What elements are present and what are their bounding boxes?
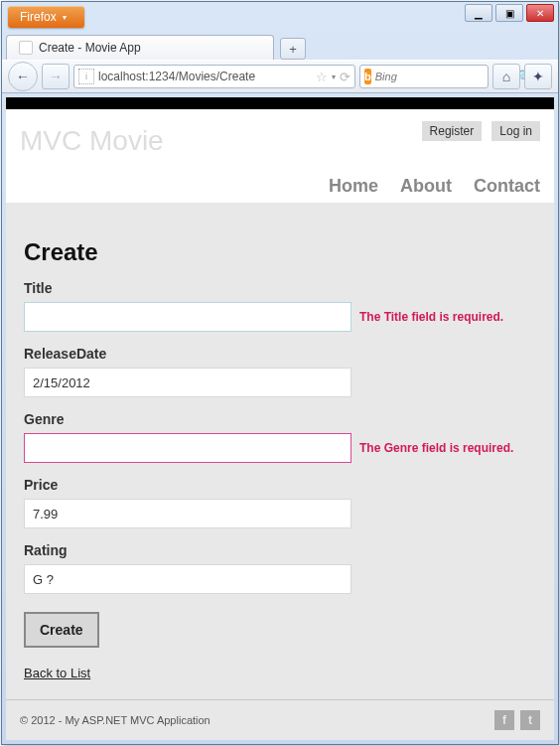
title-input[interactable] (24, 302, 351, 332)
top-black-bar (6, 97, 554, 109)
login-link[interactable]: Log in (491, 121, 540, 141)
genre-input[interactable] (24, 433, 351, 463)
forward-icon: → (49, 69, 63, 84)
window-controls: ▁ ▣ ✕ (461, 4, 558, 22)
plus-icon: + (289, 42, 297, 57)
twitter-icon[interactable]: t (520, 710, 540, 730)
home-button[interactable]: ⌂ (492, 64, 520, 89)
price-label: Price (24, 477, 536, 493)
home-icon: ⌂ (502, 69, 510, 84)
identity-icon: i (78, 69, 94, 84)
title-label: Title (24, 280, 536, 296)
favicon-icon (19, 41, 33, 55)
reload-icon[interactable]: ⟳ (340, 70, 350, 84)
page-body: Create Title The Title field is required… (6, 203, 554, 699)
url-dropdown-icon[interactable]: ▾ (332, 73, 336, 81)
rating-input[interactable] (24, 564, 351, 594)
firefox-menu-label: Firefox (20, 10, 57, 24)
genre-validation: The Genre field is required. (359, 441, 513, 455)
genre-label: Genre (24, 411, 536, 427)
page: Register Log in MVC Movie Home About Con… (6, 97, 554, 740)
site-header: Register Log in MVC Movie Home About Con… (6, 109, 554, 203)
content-region: Register Log in MVC Movie Home About Con… (6, 97, 554, 740)
close-icon: ✕ (536, 8, 544, 19)
back-to-list-link[interactable]: Back to List (24, 666, 90, 680)
footer-copyright: © 2012 - My ASP.NET MVC Application (20, 714, 210, 726)
main-nav: Home About Contact (329, 176, 540, 197)
maximize-button[interactable]: ▣ (495, 4, 523, 22)
bookmark-icon: ✦ (532, 69, 544, 84)
page-heading: Create (24, 238, 536, 266)
field-release-date: ReleaseDate (24, 346, 536, 397)
back-button[interactable]: ← (8, 62, 38, 91)
forward-button[interactable]: → (42, 64, 70, 89)
create-button[interactable]: Create (24, 612, 99, 648)
nav-contact[interactable]: Contact (474, 176, 540, 197)
rating-label: Rating (24, 542, 536, 558)
facebook-icon[interactable]: f (494, 710, 514, 730)
tab-bar: Create - Movie App + (2, 32, 558, 60)
minimize-button[interactable]: ▁ (465, 4, 492, 22)
firefox-window: Firefox ▾ ▁ ▣ ✕ Create - Movie App + ← →… (1, 1, 559, 745)
url-bar[interactable]: i ☆ ▾ ⟳ (73, 65, 355, 88)
search-bar[interactable]: b 🔍 (359, 65, 489, 88)
firefox-menu-button[interactable]: Firefox ▾ (8, 6, 84, 28)
star-icon[interactable]: ☆ (316, 70, 328, 84)
minimize-icon: ▁ (475, 8, 483, 19)
tab-title: Create - Movie App (39, 41, 141, 55)
nav-about[interactable]: About (400, 176, 452, 197)
maximize-icon: ▣ (505, 8, 514, 19)
back-icon: ← (16, 69, 30, 84)
site-footer: © 2012 - My ASP.NET MVC Application f t (6, 699, 554, 740)
release-date-input[interactable] (24, 368, 351, 397)
field-price: Price (24, 477, 536, 528)
browser-tab[interactable]: Create - Movie App (6, 35, 274, 60)
price-input[interactable] (24, 499, 351, 528)
bookmarks-button[interactable]: ✦ (524, 64, 552, 89)
nav-home[interactable]: Home (329, 176, 378, 197)
footer-social: f t (494, 710, 540, 730)
new-tab-button[interactable]: + (280, 38, 306, 60)
release-date-label: ReleaseDate (24, 346, 536, 362)
account-links: Register Log in (422, 121, 540, 141)
page-scroll[interactable]: Register Log in MVC Movie Home About Con… (6, 97, 554, 740)
field-title: Title The Title field is required. (24, 280, 536, 332)
chevron-down-icon: ▾ (63, 13, 67, 22)
title-bar: Firefox ▾ ▁ ▣ ✕ (2, 2, 558, 32)
nav-toolbar: ← → i ☆ ▾ ⟳ b 🔍 ⌂ ✦ (2, 60, 558, 93)
field-rating: Rating (24, 542, 536, 594)
register-link[interactable]: Register (422, 121, 483, 141)
field-genre: Genre The Genre field is required. (24, 411, 536, 463)
title-validation: The Title field is required. (359, 310, 503, 324)
url-input[interactable] (98, 70, 312, 83)
close-button[interactable]: ✕ (526, 4, 554, 22)
bing-icon: b (364, 69, 371, 84)
